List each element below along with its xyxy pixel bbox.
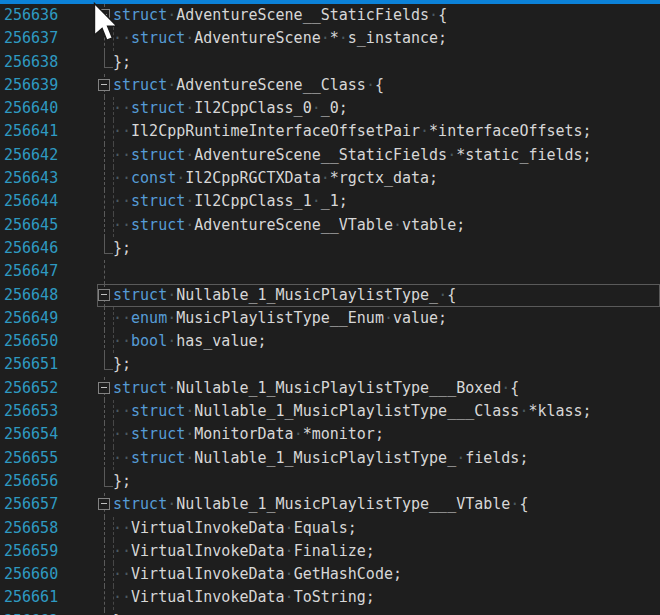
code-token: Finalize; — [294, 542, 375, 560]
code-line[interactable]: 256654··struct·MonitorData·*monitor; — [0, 423, 660, 446]
fold-collapse-icon[interactable] — [98, 289, 110, 301]
whitespace-dot: · — [393, 216, 402, 234]
code-text: ··struct·Il2CppClass_0·_0; — [113, 97, 348, 120]
code-text: ··VirtualInvokeData·GetHashCode; — [113, 563, 402, 586]
fold-collapse-icon[interactable] — [98, 79, 110, 91]
whitespace-dot: · — [113, 122, 122, 140]
line-number[interactable]: 256640 — [4, 97, 58, 120]
whitespace-dot: · — [312, 99, 321, 117]
line-number[interactable]: 256644 — [4, 190, 58, 213]
line-number[interactable]: 256659 — [4, 540, 58, 563]
code-token: }; — [113, 53, 131, 71]
code-line[interactable]: 256639struct·AdventureScene__Class·{ — [0, 74, 660, 97]
code-line[interactable]: 256640··struct·Il2CppClass_0·_0; — [0, 97, 660, 120]
whitespace-dot: · — [113, 146, 122, 164]
code-text: ··VirtualInvokeData·Finalize; — [113, 540, 375, 563]
code-text: struct·AdventureScene__Class·{ — [113, 74, 384, 97]
code-line[interactable]: 256653··struct·Nullable_1_MusicPlaylistT… — [0, 400, 660, 423]
whitespace-dot: · — [167, 76, 176, 94]
code-line[interactable]: 256657struct·Nullable_1_MusicPlaylistTyp… — [0, 493, 660, 516]
code-line[interactable]: 256650··bool·has_value; — [0, 330, 660, 353]
whitespace-dot: · — [122, 332, 131, 350]
fold-scope-line — [104, 540, 105, 563]
fold-collapse-icon[interactable] — [98, 498, 110, 510]
line-number[interactable]: 256643 — [4, 167, 58, 190]
line-number[interactable]: 256658 — [4, 517, 58, 540]
code-token: *klass; — [528, 402, 591, 420]
line-number[interactable]: 256636 — [4, 4, 58, 27]
fold-scope-line — [104, 27, 105, 50]
whitespace-dot: · — [113, 519, 122, 537]
line-number[interactable]: 256641 — [4, 120, 58, 143]
code-line[interactable]: 256651}; — [0, 353, 660, 376]
code-text: }; — [113, 610, 131, 615]
fold-collapse-icon[interactable] — [98, 9, 110, 21]
code-token: VirtualInvokeData — [131, 588, 285, 606]
line-number[interactable]: 256647 — [4, 260, 58, 283]
code-line[interactable]: 256662}; — [0, 610, 660, 615]
line-number[interactable]: 256649 — [4, 307, 58, 330]
whitespace-dot: · — [122, 425, 131, 443]
line-number[interactable]: 256645 — [4, 214, 58, 237]
code-line[interactable]: 256655··struct·Nullable_1_MusicPlaylistT… — [0, 447, 660, 470]
line-number[interactable]: 256655 — [4, 447, 58, 470]
line-number[interactable]: 256654 — [4, 423, 58, 446]
fold-scope-line — [104, 400, 105, 423]
line-number[interactable]: 256650 — [4, 330, 58, 353]
code-line[interactable]: 256637··struct·AdventureScene·*·s_instan… — [0, 27, 660, 50]
line-number[interactable]: 256651 — [4, 353, 58, 376]
code-line[interactable]: 256648struct·Nullable_1_MusicPlaylistTyp… — [0, 284, 660, 307]
line-number[interactable]: 256638 — [4, 51, 58, 74]
line-number[interactable]: 256652 — [4, 377, 58, 400]
code-line[interactable]: 256646}; — [0, 237, 660, 260]
code-token: AdventureScene__StaticFields — [176, 6, 429, 24]
code-line[interactable]: 256643··const·Il2CppRGCTXData·*rgctx_dat… — [0, 167, 660, 190]
whitespace-dot: · — [167, 332, 176, 350]
line-number[interactable]: 256657 — [4, 493, 58, 516]
code-line[interactable]: 256652struct·Nullable_1_MusicPlaylistTyp… — [0, 377, 660, 400]
code-line[interactable]: 256656}; — [0, 470, 660, 493]
fold-collapse-icon[interactable] — [98, 382, 110, 394]
line-number[interactable]: 256639 — [4, 74, 58, 97]
whitespace-dot: · — [113, 169, 122, 187]
line-number[interactable]: 256660 — [4, 563, 58, 586]
code-line[interactable]: 256658··VirtualInvokeData·Equals; — [0, 517, 660, 540]
code-line[interactable]: 256645··struct·AdventureScene__VTable·vt… — [0, 214, 660, 237]
code-line[interactable]: 256636struct·AdventureScene__StaticField… — [0, 4, 660, 27]
line-number[interactable]: 256653 — [4, 400, 58, 423]
line-number[interactable]: 256646 — [4, 237, 58, 260]
code-line[interactable]: 256661··VirtualInvokeData·ToString; — [0, 586, 660, 609]
whitespace-dot: · — [185, 146, 194, 164]
code-line[interactable]: 256647 — [0, 260, 660, 283]
keyword-token: struct — [113, 6, 167, 24]
whitespace-dot: · — [122, 29, 131, 47]
fold-end-corner — [104, 237, 113, 254]
line-number[interactable]: 256661 — [4, 586, 58, 609]
line-number[interactable]: 256656 — [4, 470, 58, 493]
code-token: *static_fields; — [456, 146, 591, 164]
fold-scope-line — [104, 190, 105, 213]
code-line[interactable]: 256660··VirtualInvokeData·GetHashCode; — [0, 563, 660, 586]
code-line[interactable]: 256644··struct·Il2CppClass_1·_1; — [0, 190, 660, 213]
whitespace-dot: · — [167, 495, 176, 513]
code-line[interactable]: 256642··struct·AdventureScene__StaticFie… — [0, 144, 660, 167]
line-number[interactable]: 256662 — [4, 610, 58, 615]
minus-glyph — [101, 14, 107, 15]
line-number[interactable]: 256648 — [4, 284, 58, 307]
code-line[interactable]: 256649··enum·MusicPlaylistType__Enum·val… — [0, 307, 660, 330]
code-text: ··Il2CppRuntimeInterfaceOffsetPair·*inte… — [113, 120, 592, 143]
keyword-token: const — [131, 169, 176, 187]
code-editor[interactable]: 256636struct·AdventureScene__StaticField… — [0, 4, 660, 615]
fold-scope-line — [104, 586, 105, 609]
code-line[interactable]: 256638}; — [0, 51, 660, 74]
keyword-token: struct — [131, 425, 185, 443]
line-number[interactable]: 256642 — [4, 144, 58, 167]
code-text: ··struct·AdventureScene·*·s_instance; — [113, 27, 447, 50]
whitespace-dot: · — [122, 146, 131, 164]
code-text: struct·Nullable_1_MusicPlaylistType___VT… — [113, 493, 528, 516]
line-number[interactable]: 256637 — [4, 27, 58, 50]
code-line[interactable]: 256659··VirtualInvokeData·Finalize; — [0, 540, 660, 563]
whitespace-dot: · — [122, 122, 131, 140]
code-line[interactable]: 256641··Il2CppRuntimeInterfaceOffsetPair… — [0, 120, 660, 143]
whitespace-dot: · — [122, 565, 131, 583]
